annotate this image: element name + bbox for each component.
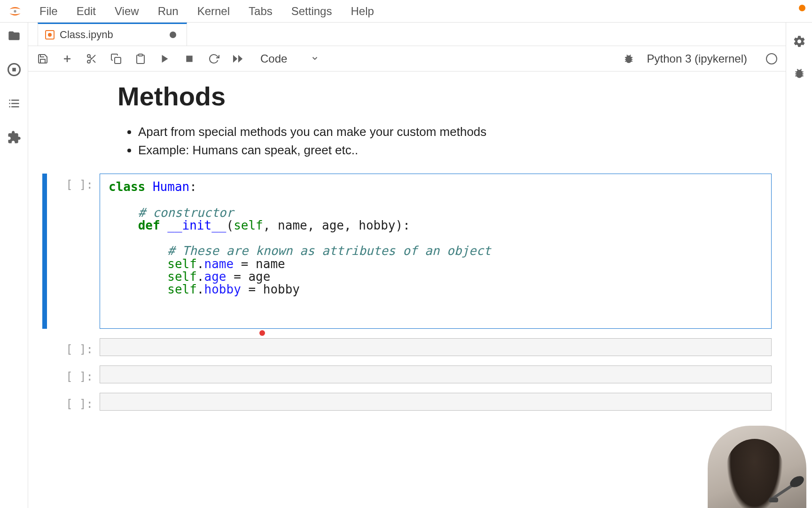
recording-indicator <box>799 5 805 11</box>
stop-icon[interactable] <box>183 53 195 65</box>
notebook-toolbar: Code Python 3 (ipykernel) <box>28 46 786 71</box>
svg-line-11 <box>90 57 92 59</box>
menu-bar: File Edit View Run Kernel Tabs Settings … <box>0 0 812 23</box>
unsaved-indicator <box>170 32 176 38</box>
add-cell-icon[interactable] <box>61 53 73 65</box>
svg-marker-17 <box>238 55 242 63</box>
code-editor[interactable] <box>100 365 772 383</box>
svg-point-7 <box>87 55 90 57</box>
kernel-status-idle[interactable] <box>766 53 777 64</box>
cell-type-label: Code <box>260 52 287 65</box>
bullet-item: Example: Humans can speak, greet etc.. <box>138 141 772 159</box>
menu-file[interactable]: File <box>30 5 67 18</box>
markdown-heading: Methods <box>117 81 772 111</box>
restart-icon[interactable] <box>208 53 220 65</box>
copy-icon[interactable] <box>110 53 122 65</box>
bullet-item: Apart from special methods you can make … <box>138 123 772 141</box>
save-icon[interactable] <box>37 53 49 65</box>
menu-help[interactable]: Help <box>341 5 383 18</box>
svg-point-0 <box>14 10 16 12</box>
svg-line-10 <box>93 60 95 63</box>
code-editor[interactable] <box>100 393 772 411</box>
markdown-cell[interactable]: Methods Apart from special methods you c… <box>42 78 772 174</box>
tab-bar: Class.ipynb <box>28 23 786 46</box>
code-cell-empty[interactable]: [ ]: <box>42 393 772 411</box>
cut-icon[interactable] <box>86 53 98 65</box>
code-editor[interactable] <box>100 338 772 356</box>
svg-rect-15 <box>186 56 192 62</box>
svg-point-8 <box>87 60 90 63</box>
toc-icon[interactable] <box>7 96 22 111</box>
left-sidebar <box>0 23 28 508</box>
input-prompt: [ ]: <box>47 338 100 356</box>
extensions-icon[interactable] <box>7 130 22 145</box>
chevron-down-icon <box>311 52 319 65</box>
svg-marker-16 <box>233 55 237 63</box>
input-prompt: [ ]: <box>47 393 100 411</box>
code-cell-active[interactable]: [ ]: class Human: # constructor def __in… <box>42 174 772 329</box>
run-all-icon[interactable] <box>232 53 244 65</box>
input-prompt: [ ]: <box>47 365 100 383</box>
svg-point-4 <box>48 33 52 37</box>
cell-type-selector[interactable]: Code <box>257 52 323 65</box>
menu-tabs[interactable]: Tabs <box>239 5 282 18</box>
property-inspector-icon[interactable] <box>792 34 807 49</box>
kernel-name[interactable]: Python 3 (ipykernel) <box>647 52 747 65</box>
notebook-icon <box>45 30 55 40</box>
menu-edit[interactable]: Edit <box>67 5 105 18</box>
svg-rect-2 <box>12 68 16 71</box>
notebook-body[interactable]: Methods Apart from special methods you c… <box>28 71 786 508</box>
tab-filename: Class.ipynb <box>60 29 113 41</box>
paste-icon[interactable] <box>134 53 147 65</box>
bug-icon[interactable] <box>623 53 635 65</box>
code-cell-empty[interactable]: [ ]: <box>42 365 772 383</box>
run-icon[interactable] <box>159 53 171 65</box>
svg-rect-19 <box>769 498 778 502</box>
menu-kernel[interactable]: Kernel <box>188 5 239 18</box>
menu-run[interactable]: Run <box>148 5 188 18</box>
svg-rect-12 <box>115 57 121 64</box>
microphone-icon <box>768 470 806 503</box>
cursor-pointer <box>259 330 265 336</box>
folder-icon[interactable] <box>7 28 22 43</box>
webcam-overlay <box>708 426 806 508</box>
code-cell-empty[interactable]: [ ]: <box>42 338 772 356</box>
main-area: Class.ipynb Code Python 3 (ipykernel) Me… <box>28 23 786 508</box>
menu-view[interactable]: View <box>105 5 148 18</box>
input-prompt: [ ]: <box>47 174 100 329</box>
debugger-icon[interactable] <box>792 66 807 81</box>
svg-marker-14 <box>162 55 168 63</box>
jupyter-logo[interactable] <box>7 3 23 20</box>
menu-settings[interactable]: Settings <box>282 5 342 18</box>
active-cell-indicator <box>42 174 47 329</box>
running-icon[interactable] <box>7 62 22 77</box>
svg-rect-13 <box>139 54 142 56</box>
code-editor[interactable]: class Human: # constructor def __init__(… <box>100 174 772 329</box>
tab-notebook[interactable]: Class.ipynb <box>38 23 187 46</box>
